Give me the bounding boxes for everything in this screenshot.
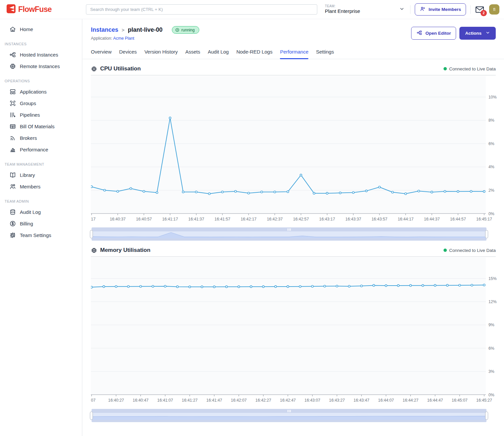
- svg-text:16:42:27: 16:42:27: [255, 398, 271, 403]
- notifications-button[interactable]: 2: [475, 6, 485, 14]
- svg-text:9%: 9%: [488, 323, 494, 327]
- svg-text:16:43:17: 16:43:17: [319, 217, 335, 221]
- open-editor-label: Open Editor: [425, 31, 451, 36]
- svg-text:16:44:57: 16:44:57: [450, 217, 466, 221]
- live-status-dot-icon: [444, 67, 447, 70]
- cpu-chip-icon: [91, 247, 97, 254]
- svg-text:16:41:37: 16:41:37: [188, 217, 204, 221]
- svg-text:4%: 4%: [488, 165, 494, 169]
- team-settings-icon: [9, 232, 16, 239]
- sidebar-section-team-management: TEAM MANAGEMENT: [0, 155, 82, 169]
- time-range-slider-memory-utilisation[interactable]: [92, 409, 486, 422]
- slider-track[interactable]: [92, 227, 486, 231]
- notification-count-badge: 2: [481, 10, 487, 16]
- page-header: Instances > plant-live-00 running Applic…: [83, 19, 504, 41]
- invite-members-button[interactable]: Invite Members: [415, 3, 466, 16]
- chart-plot-memory-utilisation: 0%3%6%9%12%15%0:0716:40:2716:40:4716:41:…: [91, 258, 499, 407]
- slider-handle-right[interactable]: [485, 412, 488, 420]
- sidebar-item-home[interactable]: Home: [0, 23, 82, 35]
- sidebar-item-applications[interactable]: Applications: [0, 86, 82, 98]
- sidebar-item-bill-of-materials[interactable]: Bill Of Materials: [0, 121, 82, 132]
- actions-button[interactable]: Actions: [459, 27, 496, 40]
- chart-title-cpu-utilisation: CPU Utilisation: [91, 65, 141, 72]
- flowfuse-logo-icon: [7, 4, 16, 15]
- sidebar-item-remote-instances[interactable]: Remote Instances: [0, 60, 82, 72]
- tab-node-red-logs[interactable]: Node-RED Logs: [236, 49, 272, 59]
- svg-text:16:41:27: 16:41:27: [182, 398, 198, 403]
- tab-audit-log[interactable]: Audit Log: [208, 49, 229, 59]
- bill-of-materials-icon: [9, 123, 16, 130]
- open-editor-button[interactable]: Open Editor: [411, 27, 456, 40]
- groups-icon: [9, 100, 16, 107]
- application-label: Application:: [91, 36, 112, 41]
- svg-text:16:41:07: 16:41:07: [157, 398, 173, 403]
- sidebar-item-billing[interactable]: Billing: [0, 218, 82, 229]
- node-editor-icon: [416, 30, 422, 37]
- sidebar-item-label: Audit Log: [20, 209, 41, 215]
- slider-track[interactable]: [92, 409, 486, 413]
- svg-text:16:42:17: 16:42:17: [241, 217, 256, 221]
- slider-grip-icon[interactable]: [288, 410, 291, 412]
- status-badge-label: running: [181, 28, 195, 32]
- slider-grip-icon[interactable]: [288, 228, 291, 231]
- breadcrumb-instances-link[interactable]: Instances: [91, 26, 118, 33]
- chevron-down-icon: [399, 6, 405, 13]
- svg-text:16:42:07: 16:42:07: [231, 398, 247, 403]
- svg-text:16:42:37: 16:42:37: [267, 217, 283, 221]
- sidebar-item-brokers[interactable]: Brokers: [0, 132, 82, 144]
- tab-version-history[interactable]: Version History: [144, 49, 178, 59]
- svg-text:16:42:47: 16:42:47: [280, 398, 296, 403]
- team-selector[interactable]: TEAM: Plant Enterprise: [325, 4, 405, 15]
- tab-performance[interactable]: Performance: [280, 49, 308, 59]
- sidebar-item-label: Library: [20, 172, 35, 178]
- chart-header-cpu-utilisation: CPU UtilisationConnected to Live Data: [91, 65, 496, 75]
- svg-text:16:42:57: 16:42:57: [293, 217, 309, 221]
- instance-name: plant-live-00: [128, 26, 163, 33]
- slider-handle-left[interactable]: [90, 230, 93, 238]
- svg-text:16:44:27: 16:44:27: [403, 398, 418, 403]
- sidebar-section-operations: OPERATIONS: [0, 72, 82, 86]
- sidebar-item-groups[interactable]: Groups: [0, 98, 82, 109]
- time-range-slider-cpu-utilisation[interactable]: [92, 227, 486, 241]
- tab-settings[interactable]: Settings: [316, 49, 334, 59]
- sidebar-item-audit-log[interactable]: Audit Log: [0, 206, 82, 218]
- tab-overview[interactable]: Overview: [91, 49, 112, 59]
- app-window: FlowFuse TEAM: Plant Enterprise Invite M…: [0, 0, 504, 436]
- slider-handle-left[interactable]: [90, 412, 93, 420]
- svg-text:6%: 6%: [488, 346, 494, 351]
- charts-area: CPU UtilisationConnected to Live Data0%2…: [83, 65, 504, 422]
- pipelines-icon: [9, 111, 16, 118]
- sidebar-item-performance[interactable]: Performance: [0, 144, 82, 155]
- application-link[interactable]: Acme Plant: [113, 36, 134, 41]
- sidebar-item-team-settings[interactable]: Team Settings: [0, 229, 82, 241]
- live-data-status: Connected to Live Data: [444, 66, 496, 71]
- live-status-dot-icon: [444, 249, 447, 252]
- svg-text:16:43:27: 16:43:27: [329, 398, 345, 403]
- sidebar-section-instances: INSTANCES: [0, 35, 82, 49]
- main-content: Instances > plant-live-00 running Applic…: [83, 19, 504, 436]
- search-bar: [86, 4, 317, 15]
- svg-text:16:41:47: 16:41:47: [206, 398, 222, 403]
- svg-text:16:44:07: 16:44:07: [378, 398, 394, 403]
- sidebar-item-label: Members: [20, 184, 41, 189]
- tab-assets[interactable]: Assets: [185, 49, 200, 59]
- team-label: TEAM:: [325, 4, 360, 9]
- brokers-icon: [9, 135, 16, 141]
- flowfuse-logo[interactable]: FlowFuse: [7, 4, 52, 15]
- svg-text:12%: 12%: [488, 299, 497, 304]
- logo-text: FlowFuse: [18, 5, 52, 14]
- search-input[interactable]: [86, 4, 317, 15]
- slider-track-bottom: [92, 420, 486, 422]
- svg-text:0:17: 0:17: [91, 217, 96, 221]
- sidebar-item-pipelines[interactable]: Pipelines: [0, 109, 82, 121]
- sidebar-item-label: Brokers: [20, 135, 37, 141]
- sidebar-item-library[interactable]: Library: [0, 169, 82, 181]
- svg-text:16:44:17: 16:44:17: [398, 217, 413, 221]
- members-icon: [9, 183, 16, 190]
- sidebar-item-hosted-instances[interactable]: Hosted Instances: [0, 49, 82, 60]
- hosted-instances-icon: [9, 51, 16, 58]
- sidebar-item-members[interactable]: Members: [0, 181, 82, 192]
- slider-handle-right[interactable]: [485, 230, 488, 238]
- tab-devices[interactable]: Devices: [119, 49, 137, 59]
- avatar[interactable]: fl: [489, 4, 499, 15]
